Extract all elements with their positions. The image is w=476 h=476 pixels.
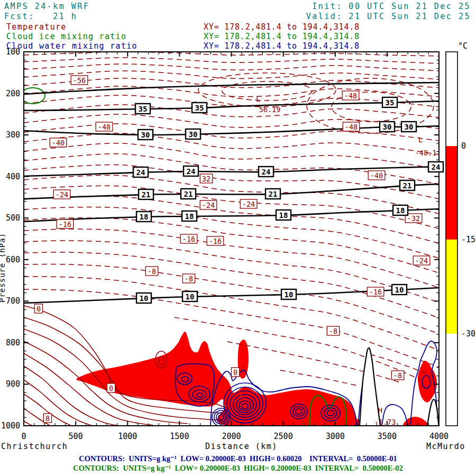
svg-text:300: 300: [6, 130, 20, 140]
svg-text:21: 21: [403, 181, 412, 190]
svg-text:0: 0: [21, 432, 26, 441]
svg-text:21: 21: [142, 190, 151, 199]
svg-text:3000: 3000: [326, 432, 345, 441]
amps-cross-section-page: AMPS 24-km WRF Fcst: 21 h Init: 00 UTC S…: [0, 0, 476, 476]
svg-text:0: 0: [233, 368, 237, 377]
svg-text:1000: 1000: [118, 432, 137, 441]
svg-text:-15: -15: [461, 235, 475, 244]
svg-text:200: 200: [6, 89, 20, 98]
svg-text:-40: -40: [52, 139, 65, 147]
svg-text:-8: -8: [148, 267, 156, 276]
svg-text:-30: -30: [461, 329, 475, 338]
svg-text:-48.1: -48.1: [415, 149, 437, 157]
svg-text:-16: -16: [182, 235, 195, 243]
svg-text:4000: 4000: [429, 432, 448, 441]
svg-text:-1.73: -1.73: [374, 418, 396, 426]
left-station-label: Christchurch: [1, 442, 68, 451]
svg-text:500: 500: [6, 213, 20, 223]
svg-text:56.19: 56.19: [259, 105, 281, 114]
svg-text:-24: -24: [56, 190, 68, 199]
svg-text:21: 21: [269, 190, 278, 198]
svg-text:24: 24: [262, 168, 271, 176]
svg-text:700: 700: [6, 296, 20, 306]
svg-text:L: L: [418, 135, 423, 144]
svg-text:0: 0: [461, 141, 466, 151]
svg-text:600: 600: [6, 255, 20, 264]
cloud-shading: [76, 332, 437, 427]
svg-text:10: 10: [186, 292, 195, 301]
svg-text:0: 0: [36, 305, 41, 313]
svg-text:1000: 1000: [1, 421, 20, 431]
svg-text:900: 900: [6, 379, 20, 389]
svg-text:°C: °C: [458, 41, 468, 51]
cloud-ice-contour-spec: CONTOURS: UNITS=g kg⁻¹ LOW= 0.20000E-03 …: [0, 464, 476, 473]
svg-text:-24: -24: [415, 257, 428, 265]
svg-text:-24: -24: [202, 201, 215, 209]
svg-text:35: 35: [195, 104, 204, 112]
svg-text:2500: 2500: [274, 432, 293, 441]
svg-text:-16: -16: [59, 220, 71, 228]
cloud-water-contour-spec: CONTOURS: UNITS=g kg⁻¹ LOW= 0.20000E-03 …: [0, 454, 476, 463]
svg-text:-48: -48: [98, 123, 111, 131]
black-contours: [24, 83, 439, 303]
temperature-colorbar: °C0-15-30: [446, 41, 475, 426]
svg-text:-16: -16: [209, 237, 222, 245]
svg-text:-32: -32: [407, 214, 420, 223]
svg-text:0: 0: [109, 384, 113, 392]
cross-section-plot: 1002003004005006007008009001000050010001…: [0, 0, 476, 476]
svg-text:24: 24: [432, 163, 441, 171]
svg-text:-8: -8: [329, 327, 337, 335]
svg-text:10: 10: [285, 290, 294, 299]
svg-text:24: 24: [187, 167, 196, 176]
svg-text:-48: -48: [344, 91, 357, 100]
svg-text:24: 24: [136, 168, 145, 177]
svg-text:500: 500: [69, 432, 83, 441]
svg-text:800: 800: [6, 338, 20, 347]
svg-text:-48: -48: [345, 123, 358, 131]
svg-text:30: 30: [189, 130, 198, 139]
svg-text:8: 8: [45, 414, 50, 423]
svg-text:10: 10: [140, 294, 149, 303]
svg-text:18: 18: [140, 213, 149, 221]
svg-text:21: 21: [184, 190, 193, 198]
svg-text:-16: -16: [369, 288, 382, 296]
svg-text:-8: -8: [393, 371, 402, 380]
svg-text:L: L: [256, 95, 260, 103]
svg-text:30: 30: [141, 131, 150, 139]
svg-text:3500: 3500: [378, 432, 397, 441]
svg-text:18: 18: [185, 212, 194, 221]
svg-text:H: H: [378, 406, 382, 415]
svg-text:100: 100: [6, 47, 20, 57]
svg-text:2000: 2000: [222, 432, 241, 441]
svg-text:-8: -8: [185, 274, 193, 283]
svg-text:35: 35: [139, 105, 148, 113]
svg-text:35: 35: [386, 98, 395, 107]
svg-text:-56: -56: [73, 76, 86, 85]
right-station-label: McMurdo: [426, 442, 465, 451]
svg-text:30: 30: [405, 123, 414, 131]
x-axis-label: Distance (km): [205, 442, 278, 451]
svg-text:-40: -40: [370, 171, 383, 180]
svg-text:-24: -24: [242, 200, 255, 208]
svg-text:30: 30: [383, 123, 392, 131]
svg-text:10: 10: [395, 286, 404, 294]
svg-text:18: 18: [279, 211, 288, 219]
svg-text:1500: 1500: [170, 432, 189, 441]
svg-text:400: 400: [6, 172, 20, 181]
svg-text:32: 32: [202, 175, 210, 183]
svg-text:18: 18: [396, 206, 405, 215]
